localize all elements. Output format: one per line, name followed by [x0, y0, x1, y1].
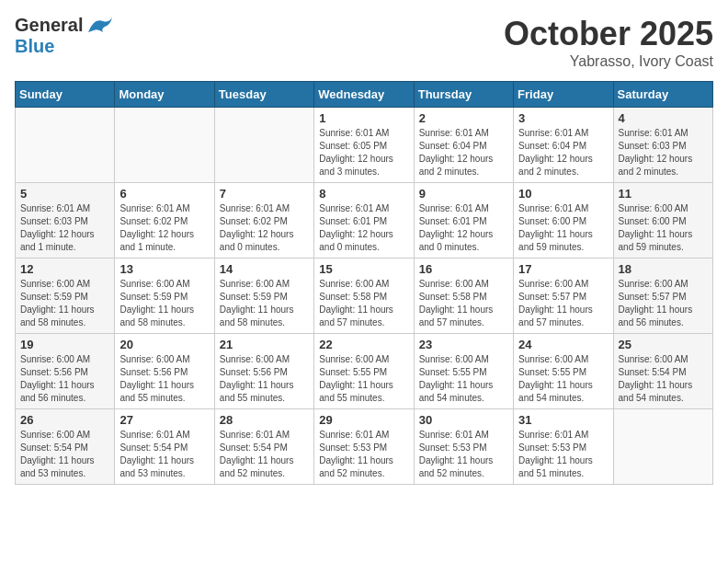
day-number: 12 [20, 262, 109, 276]
day-info: Sunrise: 6:01 AMSunset: 6:02 PMDaylight:… [220, 202, 309, 254]
calendar-body: 1Sunrise: 6:01 AMSunset: 6:05 PMDaylight… [16, 108, 713, 485]
month-title: October 2025 [504, 15, 713, 53]
calendar-day-cell: 9Sunrise: 6:01 AMSunset: 6:01 PMDaylight… [414, 183, 513, 259]
calendar-day-cell: 14Sunrise: 6:00 AMSunset: 5:59 PMDayligh… [214, 259, 313, 334]
day-number: 18 [619, 262, 708, 276]
calendar-day-cell: 10Sunrise: 6:01 AMSunset: 6:00 PMDayligh… [514, 183, 613, 259]
page-header: General Blue October 2025 Yabrasso, Ivor… [15, 15, 713, 70]
calendar-week-row: 26Sunrise: 6:00 AMSunset: 5:54 PMDayligh… [16, 409, 713, 485]
calendar-week-row: 19Sunrise: 6:00 AMSunset: 5:56 PMDayligh… [16, 334, 713, 409]
calendar-day-cell [613, 409, 712, 485]
day-info: Sunrise: 6:00 AMSunset: 5:55 PMDaylight:… [319, 353, 408, 405]
day-number: 31 [518, 413, 608, 427]
day-info: Sunrise: 6:01 AMSunset: 6:04 PMDaylight:… [419, 127, 508, 178]
day-info: Sunrise: 6:01 AMSunset: 5:54 PMDaylight:… [220, 429, 309, 480]
day-info: Sunrise: 6:01 AMSunset: 6:01 PMDaylight:… [319, 202, 408, 254]
weekday-header-cell: Saturday [613, 82, 712, 108]
calendar-week-row: 5Sunrise: 6:01 AMSunset: 6:03 PMDaylight… [16, 183, 713, 259]
calendar-day-cell: 7Sunrise: 6:01 AMSunset: 6:02 PMDaylight… [214, 183, 313, 259]
day-number: 28 [220, 413, 309, 427]
day-number: 17 [518, 262, 608, 276]
calendar-day-cell: 26Sunrise: 6:00 AMSunset: 5:54 PMDayligh… [16, 409, 115, 485]
day-info: Sunrise: 6:00 AMSunset: 5:59 PMDaylight:… [20, 278, 109, 329]
day-info: Sunrise: 6:01 AMSunset: 5:53 PMDaylight:… [419, 429, 508, 480]
day-info: Sunrise: 6:01 AMSunset: 5:53 PMDaylight:… [319, 429, 408, 480]
day-info: Sunrise: 6:00 AMSunset: 5:55 PMDaylight:… [419, 353, 508, 405]
logo-blue-text: Blue [15, 36, 54, 56]
weekday-header-cell: Sunday [16, 82, 115, 108]
day-info: Sunrise: 6:00 AMSunset: 5:57 PMDaylight:… [619, 278, 708, 329]
day-info: Sunrise: 6:00 AMSunset: 6:00 PMDaylight:… [619, 202, 708, 254]
day-info: Sunrise: 6:01 AMSunset: 6:02 PMDaylight:… [119, 202, 209, 254]
title-block: October 2025 Yabrasso, Ivory Coast [504, 15, 713, 70]
day-info: Sunrise: 6:00 AMSunset: 5:59 PMDaylight:… [220, 278, 309, 329]
calendar-day-cell: 13Sunrise: 6:00 AMSunset: 5:59 PMDayligh… [115, 259, 214, 334]
calendar-day-cell: 6Sunrise: 6:01 AMSunset: 6:02 PMDaylight… [115, 183, 214, 259]
weekday-header-cell: Wednesday [314, 82, 414, 108]
calendar-day-cell: 29Sunrise: 6:01 AMSunset: 5:53 PMDayligh… [314, 409, 414, 485]
day-number: 26 [20, 413, 109, 427]
day-info: Sunrise: 6:01 AMSunset: 6:03 PMDaylight:… [20, 202, 109, 254]
day-number: 27 [119, 413, 209, 427]
day-number: 8 [319, 187, 408, 201]
day-info: Sunrise: 6:00 AMSunset: 5:54 PMDaylight:… [619, 353, 708, 405]
weekday-header-row: SundayMondayTuesdayWednesdayThursdayFrid… [16, 82, 713, 108]
calendar-day-cell: 25Sunrise: 6:00 AMSunset: 5:54 PMDayligh… [613, 334, 712, 409]
day-info: Sunrise: 6:00 AMSunset: 5:56 PMDaylight:… [119, 353, 209, 405]
calendar-day-cell: 17Sunrise: 6:00 AMSunset: 5:57 PMDayligh… [514, 259, 613, 334]
calendar-week-row: 12Sunrise: 6:00 AMSunset: 5:59 PMDayligh… [16, 259, 713, 334]
calendar-day-cell: 21Sunrise: 6:00 AMSunset: 5:56 PMDayligh… [214, 334, 313, 409]
calendar-day-cell: 3Sunrise: 6:01 AMSunset: 6:04 PMDaylight… [514, 108, 613, 183]
day-info: Sunrise: 6:01 AMSunset: 6:03 PMDaylight:… [619, 127, 708, 178]
calendar-day-cell: 16Sunrise: 6:00 AMSunset: 5:58 PMDayligh… [414, 259, 513, 334]
day-info: Sunrise: 6:01 AMSunset: 5:53 PMDaylight:… [518, 429, 608, 480]
day-number: 11 [619, 187, 708, 201]
day-number: 16 [419, 262, 508, 276]
day-number: 29 [319, 413, 408, 427]
calendar-day-cell: 1Sunrise: 6:01 AMSunset: 6:05 PMDaylight… [314, 108, 414, 183]
calendar-day-cell: 23Sunrise: 6:00 AMSunset: 5:55 PMDayligh… [414, 334, 513, 409]
day-number: 14 [220, 262, 309, 276]
calendar-day-cell: 20Sunrise: 6:00 AMSunset: 5:56 PMDayligh… [115, 334, 214, 409]
day-number: 9 [419, 187, 508, 201]
day-info: Sunrise: 6:00 AMSunset: 5:56 PMDaylight:… [220, 353, 309, 405]
weekday-header-cell: Tuesday [214, 82, 313, 108]
calendar-day-cell: 12Sunrise: 6:00 AMSunset: 5:59 PMDayligh… [16, 259, 115, 334]
day-number: 3 [518, 111, 608, 125]
day-info: Sunrise: 6:00 AMSunset: 5:58 PMDaylight:… [319, 278, 408, 329]
day-number: 7 [220, 187, 309, 201]
calendar-day-cell: 22Sunrise: 6:00 AMSunset: 5:55 PMDayligh… [314, 334, 414, 409]
calendar-day-cell: 15Sunrise: 6:00 AMSunset: 5:58 PMDayligh… [314, 259, 414, 334]
day-number: 21 [220, 338, 309, 351]
logo-bird-icon [85, 16, 114, 36]
day-number: 15 [319, 262, 408, 276]
day-number: 13 [119, 262, 209, 276]
logo: General Blue [15, 15, 114, 57]
weekday-header-cell: Friday [514, 82, 613, 108]
day-number: 10 [518, 187, 608, 201]
day-number: 19 [20, 338, 109, 351]
calendar-day-cell: 11Sunrise: 6:00 AMSunset: 6:00 PMDayligh… [613, 183, 712, 259]
calendar-day-cell: 19Sunrise: 6:00 AMSunset: 5:56 PMDayligh… [16, 334, 115, 409]
day-number: 22 [319, 338, 408, 351]
calendar-day-cell: 24Sunrise: 6:00 AMSunset: 5:55 PMDayligh… [514, 334, 613, 409]
calendar-day-cell [214, 108, 313, 183]
calendar-day-cell: 31Sunrise: 6:01 AMSunset: 5:53 PMDayligh… [514, 409, 613, 485]
day-info: Sunrise: 6:01 AMSunset: 6:05 PMDaylight:… [319, 127, 408, 178]
day-info: Sunrise: 6:01 AMSunset: 6:01 PMDaylight:… [419, 202, 508, 254]
calendar-day-cell: 28Sunrise: 6:01 AMSunset: 5:54 PMDayligh… [214, 409, 313, 485]
day-number: 2 [419, 111, 508, 125]
calendar-day-cell [16, 108, 115, 183]
day-number: 24 [518, 338, 608, 351]
calendar-week-row: 1Sunrise: 6:01 AMSunset: 6:05 PMDaylight… [16, 108, 713, 183]
day-number: 25 [619, 338, 708, 351]
day-info: Sunrise: 6:00 AMSunset: 5:55 PMDaylight:… [518, 353, 608, 405]
day-info: Sunrise: 6:00 AMSunset: 5:56 PMDaylight:… [20, 353, 109, 405]
calendar-day-cell: 5Sunrise: 6:01 AMSunset: 6:03 PMDaylight… [16, 183, 115, 259]
day-number: 6 [119, 187, 209, 201]
day-number: 1 [319, 111, 408, 125]
calendar-day-cell [115, 108, 214, 183]
calendar-day-cell: 2Sunrise: 6:01 AMSunset: 6:04 PMDaylight… [414, 108, 513, 183]
weekday-header-cell: Monday [115, 82, 214, 108]
day-info: Sunrise: 6:01 AMSunset: 6:00 PMDaylight:… [518, 202, 608, 254]
